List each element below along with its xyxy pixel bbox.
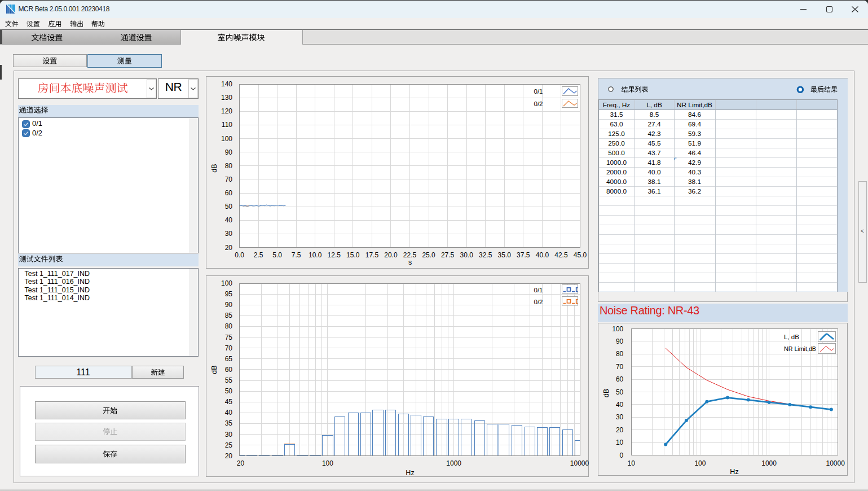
svg-text:40: 40 — [225, 409, 233, 417]
svg-text:10.0: 10.0 — [309, 251, 322, 259]
svg-text:Freq., Hz: Freq., Hz — [603, 101, 631, 109]
svg-text:L, dB: L, dB — [646, 101, 662, 109]
svg-text:0/2: 0/2 — [534, 100, 543, 107]
svg-text:12.5: 12.5 — [328, 251, 341, 259]
svg-text:100: 100 — [221, 279, 232, 287]
svg-text:dB: dB — [210, 365, 218, 374]
svg-text:10000: 10000 — [570, 459, 589, 467]
svg-text:dB: dB — [210, 164, 218, 172]
svg-text:10000: 10000 — [826, 459, 845, 467]
svg-text:4000.0: 4000.0 — [606, 178, 627, 186]
svg-text:50: 50 — [616, 388, 624, 396]
svg-text:50: 50 — [225, 203, 233, 211]
svg-text:17.5: 17.5 — [365, 251, 379, 259]
svg-text:46.4: 46.4 — [688, 149, 701, 157]
svg-text:25: 25 — [225, 441, 233, 449]
svg-text:45.0: 45.0 — [574, 251, 587, 259]
svg-text:1000: 1000 — [761, 459, 777, 467]
svg-text:60: 60 — [225, 189, 233, 197]
svg-text:40: 40 — [225, 216, 233, 224]
svg-text:42.5: 42.5 — [554, 251, 568, 259]
svg-text:0/1: 0/1 — [534, 287, 543, 293]
svg-text:20: 20 — [616, 426, 624, 434]
svg-text:2.5: 2.5 — [254, 251, 263, 259]
svg-text:90: 90 — [225, 148, 233, 156]
svg-text:20: 20 — [225, 452, 233, 460]
svg-text:69.4: 69.4 — [688, 120, 701, 128]
svg-text:41.8: 41.8 — [648, 159, 661, 166]
svg-text:65: 65 — [225, 355, 233, 363]
svg-text:2000.0: 2000.0 — [606, 168, 627, 176]
svg-text:37.5: 37.5 — [517, 251, 530, 259]
svg-text:40.3: 40.3 — [688, 168, 701, 176]
svg-text:20: 20 — [237, 459, 245, 467]
svg-text:1000.0: 1000.0 — [606, 159, 627, 166]
svg-text:0/1: 0/1 — [534, 88, 543, 95]
svg-text:1000: 1000 — [446, 459, 461, 467]
svg-text:80: 80 — [225, 322, 233, 330]
svg-text:110: 110 — [222, 121, 232, 129]
svg-text:0: 0 — [620, 451, 624, 459]
svg-text:25.0: 25.0 — [422, 251, 435, 259]
svg-text:0/2: 0/2 — [534, 299, 543, 305]
svg-text:90: 90 — [225, 301, 233, 309]
svg-text:40: 40 — [616, 401, 624, 409]
svg-text:NR Limit,dB: NR Limit,dB — [784, 345, 816, 352]
svg-text:63.0: 63.0 — [610, 120, 623, 128]
svg-text:42.9: 42.9 — [688, 159, 701, 166]
svg-text:60: 60 — [616, 375, 624, 383]
svg-text:30.0: 30.0 — [460, 251, 474, 259]
svg-text:40.0: 40.0 — [536, 251, 549, 259]
svg-text:10: 10 — [616, 439, 624, 446]
svg-text:7.5: 7.5 — [292, 251, 301, 259]
svg-text:8000.0: 8000.0 — [606, 187, 627, 195]
svg-text:38.1: 38.1 — [648, 178, 661, 186]
svg-text:85: 85 — [225, 312, 233, 319]
svg-text:42.3: 42.3 — [648, 130, 661, 138]
svg-text:100: 100 — [322, 459, 333, 467]
svg-text:51.9: 51.9 — [688, 139, 701, 147]
svg-text:36.2: 36.2 — [688, 187, 701, 195]
svg-text:43.7: 43.7 — [648, 149, 661, 157]
svg-text:120: 120 — [221, 107, 232, 115]
svg-text:30: 30 — [225, 230, 233, 238]
svg-text:Hz: Hz — [406, 469, 414, 477]
svg-text:27.4: 27.4 — [648, 120, 661, 128]
svg-text:100: 100 — [694, 459, 706, 467]
svg-text:31.5: 31.5 — [610, 111, 623, 119]
svg-text:100: 100 — [221, 135, 232, 143]
svg-text:NR Limit,dB: NR Limit,dB — [677, 101, 712, 109]
svg-text:20.0: 20.0 — [384, 251, 398, 259]
svg-text:15.0: 15.0 — [346, 251, 360, 259]
svg-text:dB: dB — [602, 389, 610, 397]
svg-text:140: 140 — [221, 80, 232, 88]
svg-text:130: 130 — [221, 94, 232, 102]
svg-text:Hz: Hz — [730, 468, 738, 476]
svg-text:70: 70 — [225, 176, 233, 183]
svg-text:70: 70 — [225, 344, 233, 352]
svg-text:0.0: 0.0 — [235, 251, 244, 259]
svg-text:L, dB: L, dB — [784, 334, 799, 340]
svg-text:55: 55 — [225, 376, 233, 384]
svg-text:45.5: 45.5 — [648, 139, 661, 147]
svg-text:90: 90 — [616, 337, 624, 345]
svg-text:36.1: 36.1 — [648, 187, 661, 195]
svg-text:50: 50 — [225, 387, 233, 395]
svg-text:84.6: 84.6 — [688, 111, 701, 119]
svg-text:59.3: 59.3 — [688, 130, 701, 138]
svg-text:70: 70 — [616, 363, 624, 371]
svg-text:s: s — [408, 258, 412, 266]
svg-text:30: 30 — [225, 431, 233, 439]
svg-text:30: 30 — [616, 413, 624, 421]
svg-text:80: 80 — [616, 350, 624, 358]
svg-text:35.0: 35.0 — [498, 251, 512, 259]
svg-text:250.0: 250.0 — [608, 139, 625, 147]
svg-text:125.0: 125.0 — [608, 130, 625, 138]
svg-text:32.5: 32.5 — [479, 251, 492, 259]
svg-text:5.0: 5.0 — [272, 251, 282, 259]
svg-text:20: 20 — [225, 244, 233, 252]
svg-text:60: 60 — [225, 366, 233, 374]
svg-text:80: 80 — [225, 162, 233, 170]
svg-text:45: 45 — [225, 398, 233, 406]
svg-text:40.0: 40.0 — [648, 168, 661, 176]
